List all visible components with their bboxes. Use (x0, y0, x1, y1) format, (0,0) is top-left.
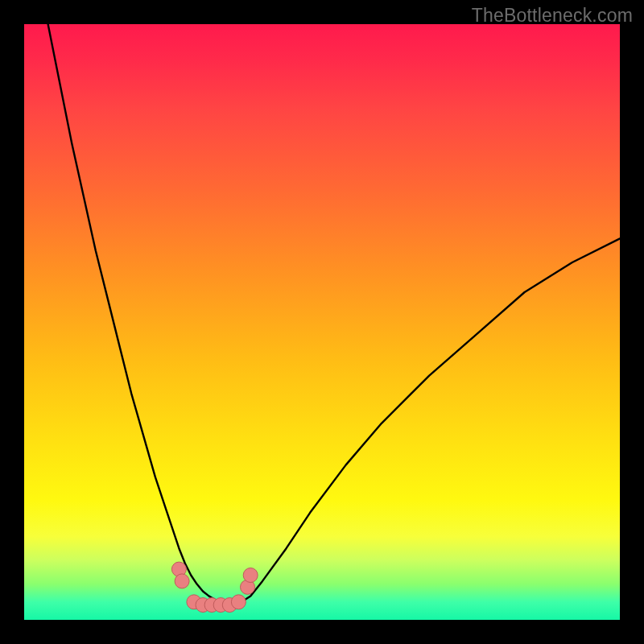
curve-marker (231, 595, 246, 609)
plot-area (24, 24, 620, 620)
curve-marker (243, 568, 258, 583)
marker-group (171, 562, 258, 612)
bottleneck-curve (48, 24, 620, 605)
chart-svg (24, 24, 620, 620)
chart-frame: TheBottleneck.com (0, 0, 644, 644)
curve-marker (175, 574, 189, 588)
watermark-text: TheBottleneck.com (472, 5, 633, 27)
